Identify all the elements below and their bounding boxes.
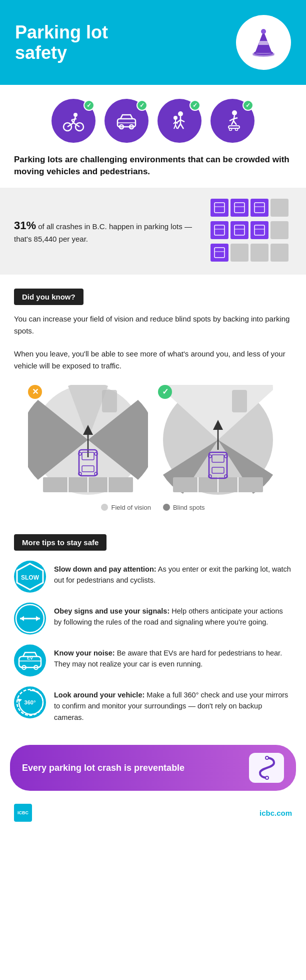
svg-rect-41 — [250, 199, 268, 217]
icbc-logo-left: ICBC — [14, 804, 32, 822]
svg-text:SLOW: SLOW — [21, 574, 40, 581]
check-badge-car: ✓ — [136, 100, 148, 111]
legend-blind: Blind spots — [163, 504, 205, 511]
snake-road-svg — [253, 755, 280, 780]
tip-360-title: Look around your vehicle: — [54, 691, 144, 699]
svg-point-110 — [266, 777, 268, 779]
tip-ev-title: Know your noise: — [54, 649, 115, 657]
svg-rect-47 — [210, 244, 228, 262]
svg-point-108 — [266, 757, 268, 759]
svg-rect-45 — [250, 221, 268, 239]
svg-marker-2 — [258, 41, 268, 45]
stats-percentage: 31% — [14, 219, 36, 232]
cyclist-icon-circle: ✓ — [52, 99, 96, 143]
header-icon-circle — [236, 15, 291, 70]
icbc-logo-text: ICBC — [18, 810, 28, 816]
skater-icon-circle: ✓ — [210, 99, 254, 143]
tip-signals: Obey signs and use your signals: Help ot… — [14, 603, 292, 635]
stats-body: of all crashes in B.C. happen in parking… — [14, 222, 192, 243]
wrong-diagram: ✕ — [28, 385, 148, 495]
car-icon — [114, 108, 140, 134]
diagram-legend: Field of vision Blind spots — [0, 500, 306, 520]
skater-icon — [220, 108, 246, 134]
svg-point-5 — [252, 53, 274, 57]
svg-rect-39 — [210, 199, 228, 217]
did-you-know-heading: Did you know? — [14, 289, 84, 305]
tip-360-text: Look around your vehicle: Make a full 36… — [54, 686, 292, 723]
tip-signals-title: Obey signs and use your signals: — [54, 607, 170, 615]
description-text: Parking lots are challenging environment… — [0, 148, 306, 188]
svg-rect-50 — [270, 244, 288, 262]
svg-point-38 — [236, 128, 238, 131]
parking-lot-svg — [210, 198, 292, 263]
tip-ev-text: Know your noise: Be aware that EVs are h… — [54, 645, 292, 670]
svg-rect-43 — [210, 221, 228, 239]
stats-text: 31% of all crashes in B.C. happen in par… — [14, 217, 200, 245]
svg-line-13 — [72, 119, 76, 120]
svg-text:360°: 360° — [24, 699, 36, 705]
stats-box: 31% of all crashes in B.C. happen in par… — [0, 188, 306, 275]
legend-dot-vision — [101, 504, 108, 511]
did-you-know-p2: When you leave, you'll be able to see mo… — [0, 340, 306, 375]
tip-icon-slow: SLOW — [14, 561, 46, 593]
header: Parking lot safety — [0, 0, 306, 85]
vision-diagrams: ✕ — [0, 375, 306, 500]
signals-icon — [14, 603, 46, 635]
svg-line-32 — [230, 119, 234, 121]
wrong-badge: ✕ — [28, 385, 42, 399]
legend-dot-blind — [163, 504, 170, 511]
check-badge-pedestrian: ✓ — [190, 100, 200, 111]
right-badge: ✓ — [158, 385, 172, 399]
svg-marker-97 — [20, 616, 24, 621]
icons-row: ✓ ✓ ✓ — [0, 85, 306, 148]
svg-point-3 — [261, 29, 266, 34]
tip-signals-text: Obey signs and use your signals: Help ot… — [54, 603, 292, 628]
svg-line-12 — [72, 120, 74, 123]
did-you-know-p1: You can increase your field of vision an… — [0, 305, 306, 340]
pedestrian-icon-circle: ✓ — [158, 99, 202, 143]
tip-slow-title: Slow down and pay attention: — [54, 565, 156, 573]
svg-line-23 — [180, 124, 184, 129]
wrong-diagram-svg — [28, 385, 148, 495]
check-badge-cyclist: ✓ — [84, 100, 94, 111]
cyclist-icon — [60, 108, 86, 134]
slow-sign-icon: SLOW — [14, 561, 46, 593]
svg-rect-92 — [232, 390, 247, 412]
svg-rect-42 — [270, 199, 288, 217]
svg-text:EV: EV — [27, 655, 33, 660]
car-icon-circle: ✓ — [104, 99, 148, 143]
footer-banner-text: Every parking lot crash is preventable — [22, 763, 184, 773]
legend-vision-label: Field of vision — [111, 504, 150, 511]
more-tips-heading: More tips to stay safe — [14, 534, 106, 551]
bottom-logos: ICBC icbc.com — [0, 799, 306, 832]
svg-rect-44 — [230, 221, 248, 239]
svg-marker-98 — [36, 616, 40, 621]
360-icon: 360° — [14, 686, 46, 718]
tip-slow-text: Slow down and pay attention: As you ente… — [54, 561, 292, 586]
tip-slow-down: SLOW Slow down and pay attention: As you… — [14, 561, 292, 593]
traffic-cone-icon — [246, 25, 281, 60]
svg-rect-40 — [230, 199, 248, 217]
tip-ev-noise: EV Know your noise: Be aware that EVs ar… — [14, 645, 292, 676]
icbc-logo-right: icbc.com — [260, 809, 292, 817]
tip-icon-ev: EV — [14, 645, 46, 676]
svg-rect-46 — [270, 221, 288, 239]
svg-line-35 — [234, 121, 236, 125]
right-diagram: ✓ — [158, 385, 278, 495]
pedestrian-icon — [166, 108, 192, 134]
svg-rect-49 — [250, 244, 268, 262]
svg-rect-78 — [102, 390, 117, 412]
tip-icon-signals — [14, 603, 46, 635]
svg-line-29 — [176, 125, 177, 129]
footer-banner: Every parking lot crash is preventable — [10, 745, 296, 791]
icbc-logo-square: ICBC — [14, 804, 32, 822]
svg-point-24 — [174, 116, 178, 120]
svg-point-18 — [178, 111, 183, 116]
right-diagram-svg — [158, 385, 278, 495]
snake-road-icon — [249, 753, 284, 783]
ev-icon: EV — [14, 645, 46, 676]
parking-grid-visual — [210, 198, 292, 265]
svg-point-37 — [230, 128, 232, 131]
legend-blind-label: Blind spots — [173, 504, 205, 511]
svg-rect-48 — [230, 244, 248, 262]
